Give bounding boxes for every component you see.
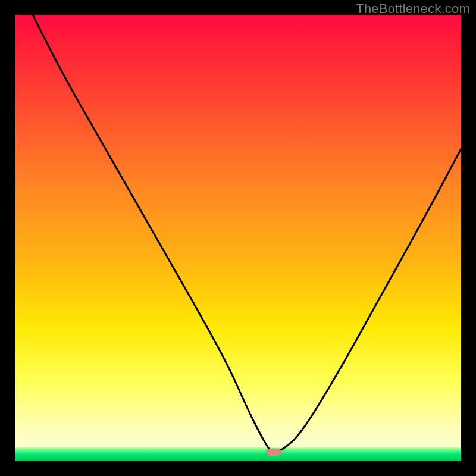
chart-frame: TheBottleneck.com	[0, 0, 476, 476]
bottleneck-curve	[15, 15, 461, 461]
plot-area	[15, 15, 461, 461]
watermark-text: TheBottleneck.com	[356, 1, 470, 17]
optimal-point-marker	[266, 449, 281, 456]
